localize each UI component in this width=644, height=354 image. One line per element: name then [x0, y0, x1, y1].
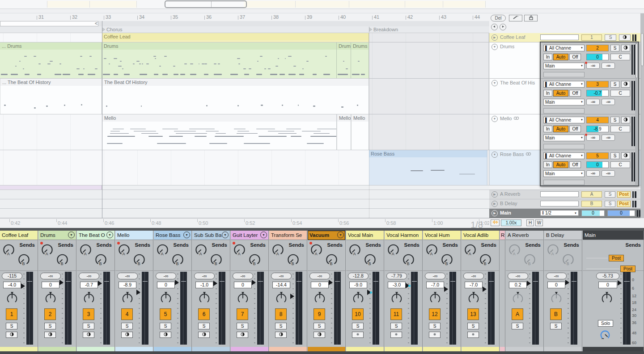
unfold-track-icon[interactable]: ▶: [491, 201, 498, 207]
track-activator[interactable]: B: [550, 308, 562, 320]
peak-display[interactable]: -5.73: [596, 273, 619, 279]
fader-handle[interactable]: [136, 290, 140, 295]
track-activator[interactable]: 9: [314, 308, 325, 320]
solo-button[interactable]: S: [512, 323, 523, 329]
solo-button[interactable]: S: [610, 45, 619, 51]
pre-post-toggle[interactable]: Post: [617, 191, 631, 198]
send-a-knob[interactable]: A: [41, 243, 54, 257]
send-a-knob[interactable]: A: [464, 243, 477, 257]
arrangement-clip[interactable]: [0, 185, 102, 190]
peak-display[interactable]: -∞: [79, 273, 99, 279]
solo-button[interactable]: S: [6, 323, 17, 329]
fader-handle[interactable]: [21, 283, 25, 289]
solo-button[interactable]: S: [275, 323, 287, 329]
loop-end-marker[interactable]: <: [95, 21, 97, 26]
fold-button[interactable]: ▼: [222, 232, 229, 238]
pan-field[interactable]: C: [610, 54, 630, 60]
locator-lane[interactable]: ChorusBreakdown: [0, 26, 489, 33]
peak-display[interactable]: -∞: [233, 273, 253, 279]
return-activator[interactable]: A: [581, 191, 602, 198]
peak-display[interactable]: -∞: [463, 273, 484, 279]
volume-field[interactable]: 0: [234, 282, 252, 288]
send-b-knob[interactable]: B: [287, 253, 300, 267]
arm-button[interactable]: [198, 332, 210, 338]
pan-knob[interactable]: [600, 291, 614, 305]
track-activator[interactable]: 5: [586, 152, 609, 159]
pan-knob[interactable]: [159, 291, 173, 305]
arm-button[interactable]: [621, 117, 630, 123]
mixer-track-title[interactable]: Main: [583, 231, 644, 240]
pan-field[interactable]: C: [610, 161, 630, 168]
fader-handle[interactable]: [444, 287, 448, 292]
arm-button[interactable]: [621, 152, 630, 159]
unfold-track-icon[interactable]: ▶: [491, 191, 498, 198]
send-b-knob[interactable]: B: [94, 253, 107, 267]
header-row-b-delay[interactable]: ▶B DelayBSPost: [489, 199, 640, 209]
track-activator[interactable]: 13: [467, 308, 479, 320]
track-activator[interactable]: 7: [237, 308, 248, 320]
send-a-knob[interactable]: A: [2, 243, 15, 257]
mixer-strip-collapsed[interactable]: R: [500, 231, 505, 351]
arm-button[interactable]: [390, 332, 402, 338]
send-a-knob[interactable]: A: [271, 243, 284, 257]
send-b-knob[interactable]: B: [562, 253, 575, 267]
mixer-track-title[interactable]: Transform Se: [269, 231, 307, 240]
mixer-track-title[interactable]: Coffee Leaf: [0, 231, 38, 240]
volume-field[interactable]: -14.4: [272, 282, 290, 288]
track-activator[interactable]: 8: [275, 308, 287, 320]
track-activator[interactable]: 1: [581, 34, 602, 41]
pan-knob[interactable]: [390, 291, 404, 305]
pan-knob[interactable]: [549, 291, 564, 305]
output-chooser[interactable]: Main▼: [543, 170, 585, 177]
volume-field[interactable]: 0: [157, 282, 175, 288]
mixer-track-title[interactable]: Vacuum▼: [308, 231, 345, 240]
mixer-track-title[interactable]: R: [500, 231, 505, 240]
arm-button[interactable]: [160, 332, 171, 338]
send-b-field[interactable]: -∞: [602, 135, 615, 141]
fold-track-icon[interactable]: ▼: [491, 152, 498, 158]
input-chooser[interactable]: ▌All Channe▼: [543, 45, 585, 51]
peak-display[interactable]: -∞: [546, 273, 567, 279]
fader-handle[interactable]: [252, 280, 256, 285]
monitor-auto-button[interactable]: Auto: [553, 161, 568, 168]
send-b-knob[interactable]: B: [248, 253, 261, 267]
volume-field[interactable]: -0.7: [80, 282, 98, 288]
pan-knob[interactable]: [236, 291, 250, 305]
fold-track-icon[interactable]: ▼: [491, 116, 498, 122]
output-chooser[interactable]: Main▼: [543, 135, 585, 141]
send-b-knob[interactable]: B: [17, 253, 30, 267]
volume-field[interactable]: 0: [311, 282, 329, 288]
solo-button[interactable]: S: [550, 323, 562, 329]
track-activator[interactable]: 4: [586, 117, 609, 123]
track-activator[interactable]: 3: [586, 81, 609, 88]
track-activator[interactable]: A: [512, 308, 523, 320]
monitor-in-button[interactable]: In: [543, 54, 552, 60]
arm-button[interactable]: [275, 332, 287, 338]
send-a-knob[interactable]: A: [348, 243, 361, 257]
send-a-field[interactable]: -∞: [586, 99, 600, 105]
send-b-knob[interactable]: B: [479, 253, 492, 267]
pan-knob[interactable]: [274, 291, 288, 305]
main-pan-field[interactable]: 0: [607, 210, 635, 216]
pan-knob[interactable]: [351, 291, 365, 305]
io-field[interactable]: [540, 191, 579, 197]
volume-field[interactable]: -8.9: [586, 126, 609, 132]
track-name[interactable]: The Beat Of His: [500, 80, 535, 85]
arm-button[interactable]: [467, 332, 479, 338]
width-zoom-button[interactable]: W: [535, 219, 543, 226]
volume-field[interactable]: 0: [547, 282, 565, 288]
mixer-track-title[interactable]: Vocal Hum: [423, 231, 461, 240]
peak-display[interactable]: -115: [2, 273, 22, 279]
solo-button[interactable]: S: [605, 201, 615, 207]
peak-display[interactable]: -12.8: [348, 273, 369, 279]
track-name[interactable]: B Delay: [500, 201, 517, 206]
volume-field[interactable]: 0.2: [509, 282, 527, 288]
input-chooser[interactable]: ▌All Channe▼: [543, 152, 585, 159]
pan-knob[interactable]: [511, 291, 525, 305]
lock-envelopes-button[interactable]: [524, 15, 538, 21]
arm-button[interactable]: [83, 332, 94, 338]
arrangement-clip[interactable]: Mello: [337, 114, 351, 150]
panel-scrollbar-handle[interactable]: [636, 43, 638, 78]
arrangement-clip[interactable]: The Beat Of History: [102, 79, 369, 114]
send-a-post-toggle[interactable]: Post: [609, 255, 624, 261]
